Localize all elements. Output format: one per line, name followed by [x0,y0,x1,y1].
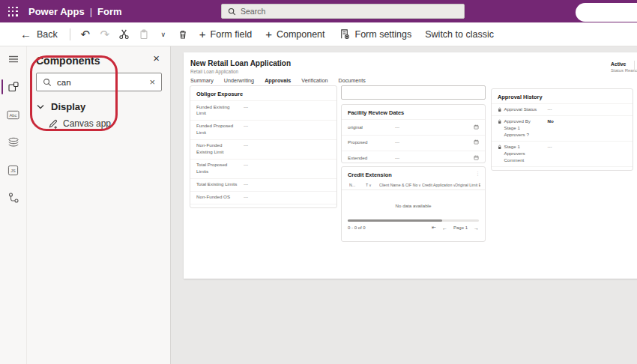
top-app-bar: Power Apps | Form Search [0,0,637,22]
section-obligor-exposure: Obligor Exposure Funded Existing Limit -… [190,85,337,208]
tree-view-rail-icon[interactable] [0,189,27,206]
command-bar: ← Back ↶ ↷ ∨ + Form field + Component [0,22,637,46]
panel-title: Components [36,55,100,67]
components-rail-icon[interactable] [0,79,27,95]
calendar-icon[interactable] [474,155,479,160]
app-title: Power Apps [28,6,85,17]
component-item-canvas-app[interactable]: Canvas app [48,118,111,129]
section-title: Approval History [492,89,633,103]
field-row[interactable]: Non-Funded Proposed Limit --- [190,204,336,208]
undo-button[interactable]: ↶ [76,22,95,46]
plus-icon: + [265,28,272,40]
app-section-title: Form [97,6,122,17]
calendar-icon[interactable] [474,124,479,130]
code-rail-icon[interactable]: JS [0,162,27,178]
plus-icon: + [199,28,206,40]
first-page-icon[interactable]: ⇤ [432,225,436,231]
section-approval-history: Approval History Approval Status --- App… [491,88,633,171]
status-divider [634,61,635,72]
scissors-icon [118,28,130,40]
page-indicator: Page 1 [453,225,468,230]
search-value: can [57,78,71,87]
section-credit-extension: Credit Extension ⋮ N... T∨ Client Name &… [341,166,486,242]
sort-chevron-icon: ∨ [418,183,420,187]
form-settings-button[interactable]: Form settings [332,22,419,46]
cut-button[interactable] [115,22,134,46]
search-placeholder: Search [241,7,265,16]
section-title: Facility Review Dates [342,105,485,119]
status-label: Status Reason [611,67,637,73]
field-row[interactable]: Funded Proposed Limit --- [190,120,336,139]
account-pill[interactable] [576,3,637,22]
svg-text:JS: JS [10,168,16,172]
delete-button[interactable] [173,22,193,46]
date-field-row[interactable]: Proposed --- [342,135,485,151]
search-icon [228,7,236,16]
column-header[interactable]: Credit Application∨ [422,183,455,187]
paste-dropdown-chevron[interactable]: ∨ [154,22,173,46]
toolbar-divider [70,28,70,40]
form-subtitle: Retail Loan Application [190,69,238,74]
components-search-input[interactable]: can × [36,73,162,91]
field-row[interactable]: Total Existing Limits --- [190,178,336,191]
components-panel: Components × can × Display Canvas app [27,46,171,364]
trash-icon [178,29,188,40]
status-block: Active Status Reason [611,61,637,73]
field-row[interactable]: Funded Existing Limit --- [190,100,336,120]
status-value: Active [611,61,637,67]
section-facility-review-dates: Facility Review Dates original --- Propo… [341,104,486,163]
add-component-button[interactable]: + Component [259,22,331,46]
date-field-row[interactable]: original --- [342,119,485,135]
sort-chevron-icon: ∨ [369,183,371,187]
form-preview[interactable]: New Retail Loan Application Retail Loan … [184,52,637,279]
text-field-rail-icon[interactable]: Abc [0,106,27,123]
column-header[interactable]: Client Name & CIF No∨ [379,183,422,187]
canvas-app-icon [48,119,58,129]
empty-table-message: No data available [342,203,485,208]
svg-text:Abc: Abc [9,112,16,117]
clipboard-icon [139,29,149,40]
field-row-locked[interactable]: Stage 1 Approvers Comment --- [492,141,633,166]
pagination: ⇤ ← Page 1 → [432,225,479,231]
chevron-down-icon [37,104,44,109]
redo-icon: ↷ [100,28,110,40]
column-header[interactable]: T∨ [366,183,379,187]
lock-icon [498,119,502,124]
display-group-header[interactable]: Display [37,101,85,112]
column-header[interactable]: Original Limit Expiry [455,183,480,187]
section-title: Credit Extension [342,167,398,181]
global-search-input[interactable]: Search [221,4,465,19]
menu-icon[interactable] [0,51,27,67]
back-button[interactable]: ← Back [13,22,64,46]
lock-icon [498,145,502,150]
calendar-icon[interactable] [474,139,479,145]
field-row[interactable]: Total Proposed Limits --- [190,159,336,178]
back-arrow-icon: ← [20,28,31,40]
field-row-locked[interactable]: Approved By Stage 1 Approvers ? No [492,115,633,141]
empty-field-box[interactable] [341,85,486,100]
field-row-locked[interactable]: Approval Status --- [492,103,633,115]
field-row[interactable]: Non-Funded Existing Limit --- [190,139,336,159]
date-field-row[interactable]: Extended --- [342,151,485,163]
close-icon[interactable]: × [153,52,160,64]
field-row-locked[interactable]: Approved By Stage 2 Approvers ? No [492,166,633,171]
form-title: New Retail Loan Application [190,59,291,67]
undo-icon: ↶ [81,28,91,40]
switch-to-classic-button[interactable]: Switch to classic [418,22,501,46]
field-row[interactable]: Non-Funded OS --- [190,191,336,204]
more-icon[interactable]: ⋮ [475,167,485,177]
previous-page-icon[interactable]: ← [442,225,447,231]
paste-button[interactable] [134,22,154,46]
redo-button[interactable]: ↷ [95,22,115,46]
chevron-down-icon: ∨ [161,31,166,38]
waffle-icon[interactable] [0,0,25,22]
search-icon [43,78,52,87]
column-header[interactable]: N... [349,183,366,187]
next-page-icon[interactable]: → [474,225,479,231]
form-canvas: New Retail Loan Application Retail Loan … [171,46,637,364]
brand-separator: | [90,6,92,17]
layers-rail-icon[interactable] [0,134,27,151]
lock-icon [498,107,502,112]
clear-search-icon[interactable]: × [149,77,155,87]
add-form-field-button[interactable]: + Form field [193,22,259,46]
